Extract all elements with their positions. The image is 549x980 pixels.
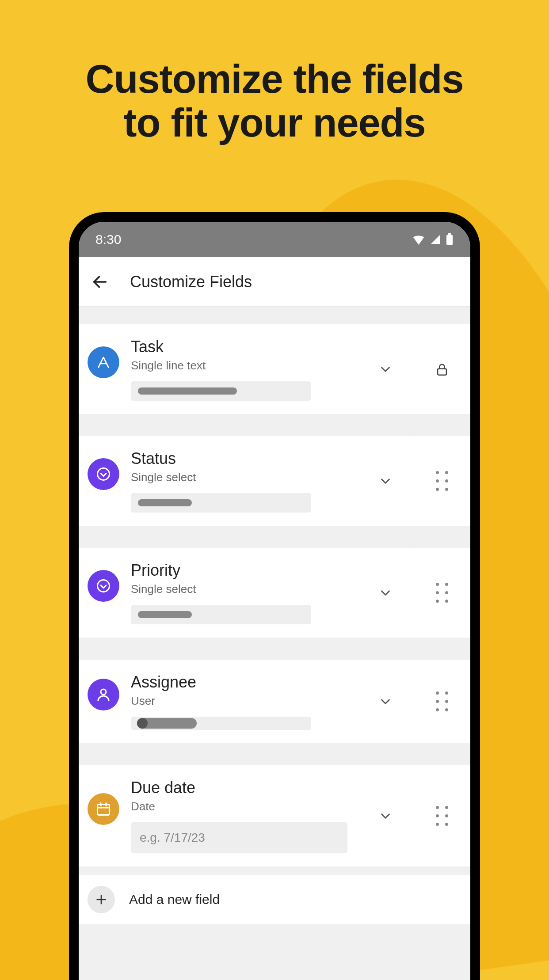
preview-user-chip <box>137 718 197 729</box>
field-name: Assignee <box>131 673 355 691</box>
chevron-down-icon <box>378 694 393 709</box>
field-main: Task Single line text <box>79 324 413 414</box>
chevron-circle-icon <box>88 570 119 602</box>
preview-fill <box>138 611 192 618</box>
calendar-icon <box>88 793 119 825</box>
user-icon <box>88 679 119 710</box>
chevron-circle-icon <box>88 458 119 490</box>
phone-frame: 8:30 Customize Fields <box>69 212 480 980</box>
plus-icon <box>88 886 115 913</box>
field-main: Assignee User <box>79 660 413 743</box>
expand-button[interactable] <box>367 585 404 600</box>
chevron-down-icon <box>378 809 393 824</box>
svg-rect-4 <box>438 368 446 375</box>
signal-icon <box>430 234 441 245</box>
lock-icon <box>435 362 450 377</box>
field-type: Date <box>131 800 355 813</box>
field-lock-area <box>413 324 470 414</box>
drag-dots-icon <box>436 806 448 826</box>
field-body: Task Single line text <box>131 338 355 401</box>
expand-button[interactable] <box>367 809 404 824</box>
field-type: Single select <box>131 471 355 484</box>
field-name: Priority <box>131 561 355 580</box>
status-time: 8:30 <box>95 232 121 247</box>
app-bar: Customize Fields <box>79 257 470 307</box>
field-preview <box>131 381 311 401</box>
svg-rect-8 <box>98 804 110 815</box>
status-icons <box>412 233 454 246</box>
list-top-spacer <box>79 307 470 324</box>
chevron-down-icon <box>378 474 393 489</box>
headline-line-1: Customize the fields <box>85 57 463 101</box>
drag-handle[interactable] <box>413 548 470 638</box>
field-preview <box>131 717 311 730</box>
status-bar: 8:30 <box>79 222 470 257</box>
svg-rect-1 <box>448 233 451 235</box>
field-body: Priority Single select <box>131 561 355 624</box>
add-field-button[interactable]: Add a new field <box>79 875 470 924</box>
drag-dots-icon <box>436 583 448 603</box>
svg-point-6 <box>98 580 110 592</box>
battery-icon <box>446 233 454 246</box>
add-field-label: Add a new field <box>129 892 220 907</box>
field-preview <box>131 605 311 624</box>
wifi-icon <box>412 234 425 245</box>
preview-fill <box>138 499 192 506</box>
phone-screen: 8:30 Customize Fields <box>79 222 470 980</box>
drag-dots-icon <box>436 691 448 711</box>
chevron-down-icon <box>378 585 393 600</box>
marketing-headline: Customize the fields to fit your needs <box>0 0 549 145</box>
fields-list[interactable]: Task Single line text <box>79 307 470 980</box>
chevron-down-icon <box>378 362 393 377</box>
field-row-status[interactable]: Status Single select <box>79 436 470 526</box>
svg-point-5 <box>98 468 110 480</box>
field-type: Single select <box>131 582 355 596</box>
field-placeholder: e.g. 7/17/23 <box>131 822 347 853</box>
field-body: Status Single select <box>131 449 355 513</box>
drag-handle[interactable] <box>413 660 470 743</box>
preview-fill <box>138 387 237 395</box>
field-row-task[interactable]: Task Single line text <box>79 324 470 414</box>
drag-handle[interactable] <box>413 765 470 866</box>
drag-dots-icon <box>436 471 448 491</box>
field-name: Status <box>131 449 355 468</box>
field-main: Priority Single select <box>79 548 413 638</box>
expand-button[interactable] <box>367 362 404 377</box>
field-row-due-date[interactable]: Due date Date e.g. 7/17/23 <box>79 765 470 866</box>
expand-button[interactable] <box>367 694 404 709</box>
expand-button[interactable] <box>367 474 404 489</box>
field-body: Assignee User <box>131 673 355 730</box>
field-main: Status Single select <box>79 436 413 526</box>
field-body: Due date Date e.g. 7/17/23 <box>131 779 355 853</box>
field-row-priority[interactable]: Priority Single select <box>79 548 470 638</box>
field-type: Single line text <box>131 359 355 372</box>
field-name: Task <box>131 338 355 356</box>
field-row-assignee[interactable]: Assignee User <box>79 660 470 743</box>
field-main: Due date Date e.g. 7/17/23 <box>79 765 413 866</box>
page-title: Customize Fields <box>130 273 252 291</box>
svg-point-7 <box>101 689 106 695</box>
field-type: User <box>131 694 355 708</box>
letter-a-icon <box>88 346 119 378</box>
field-name: Due date <box>131 779 355 797</box>
headline-line-2: to fit your needs <box>123 101 425 145</box>
drag-handle[interactable] <box>413 436 470 526</box>
arrow-left-icon <box>91 273 109 291</box>
svg-rect-0 <box>446 235 453 245</box>
field-preview <box>131 493 311 513</box>
back-button[interactable] <box>91 273 109 291</box>
